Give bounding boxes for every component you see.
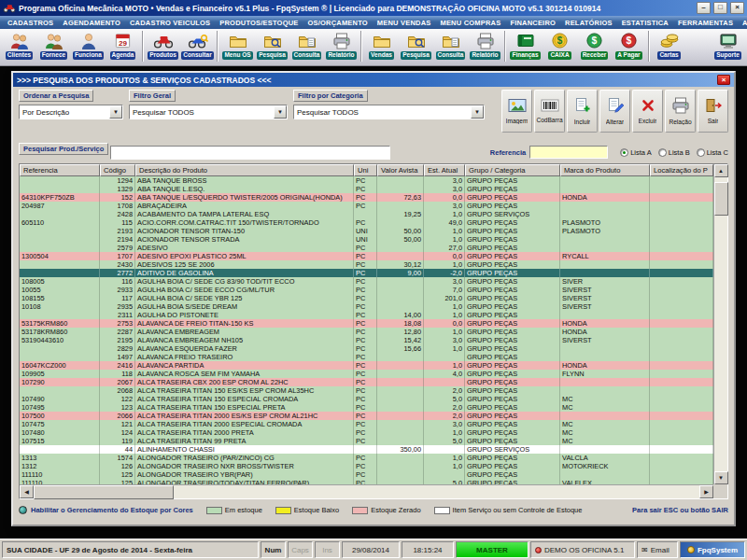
toolbar-button-funciona[interactable]: Funciona <box>71 30 106 64</box>
table-row[interactable]: 2772ADITIVO DE GASOLINAPC9,00-2,0GRUPO P… <box>20 269 713 277</box>
table-row[interactable]: 2829ALAVANCA ESQUERDA FAZERPC15,661,0GRU… <box>20 344 713 353</box>
toolbar-button-relat-rio[interactable]: Relatório <box>468 30 502 64</box>
table-row[interactable]: 107515119ALCA TRASEIRA TITAN 99 PRETAPC5… <box>20 437 713 445</box>
table-row[interactable]: 100552933AGULHA BOIA C/ SEDE ECCO CG/ML/… <box>20 286 713 294</box>
menu-item-ajuda[interactable]: AJUDA <box>738 19 747 27</box>
toolbar-button-suporte[interactable]: Suporte <box>711 30 745 64</box>
imagem-button[interactable]: Imagem <box>501 90 532 133</box>
table-row[interactable]: 13131574ALONGADOR TRASEIRO (PAR/ZINCO) C… <box>20 454 713 462</box>
radio-lista-b[interactable]: Lista B <box>658 148 690 157</box>
search-input[interactable] <box>110 146 390 160</box>
alterar-button[interactable]: Alterar <box>599 90 630 133</box>
rela-o-button[interactable]: Relação <box>665 90 696 133</box>
menu-item-relat-rios[interactable]: RELATÓRIOS <box>560 19 617 27</box>
toolbar-button-pesquisa[interactable]: Pesquisa <box>399 30 433 64</box>
table-row[interactable]: 101082935AGULHA BOIA S/SEDE DREAMPC1,0GR… <box>20 302 713 311</box>
menu-item-financeiro[interactable]: FINANCEIRO <box>505 19 560 27</box>
column-header-val[interactable]: Valor Avista <box>377 164 424 176</box>
toolbar-button-clientes[interactable]: Clientes <box>2 30 36 64</box>
column-header-cod[interactable]: Código <box>100 164 135 176</box>
table-row[interactable]: 1072902067ALCA TRASEIRA CBX 200 ESP CROM… <box>20 378 713 386</box>
referencia-input[interactable] <box>529 146 608 159</box>
stock-management-toggle-icon[interactable] <box>19 506 27 514</box>
minimize-icon[interactable]: – <box>697 2 711 14</box>
table-row[interactable]: 64310KPF750ZB152ABA TANQUE L/ESQUERDO TW… <box>20 193 713 202</box>
table-row[interactable]: 109905118ALAVANCA ROSCA SEM FIM YAMAHAPC… <box>20 370 713 378</box>
table-row[interactable]: 53175KRM8602753ALAVANCA DE FREIO TITAN-1… <box>20 319 713 328</box>
menu-item-estatistica[interactable]: ESTATISTICA <box>617 19 673 27</box>
category-filter-select[interactable]: Pesquisar TODOS ▼ <box>293 105 485 119</box>
radio-lista-c[interactable]: Lista C <box>697 148 728 157</box>
table-row[interactable]: 2193ACIONADOR TENSOR TITAN-150UNI50,001,… <box>20 227 713 235</box>
toolbar-button-consulta[interactable]: Consulta <box>289 30 324 64</box>
incluir-button[interactable]: Incluir <box>567 90 598 133</box>
column-header-loc[interactable]: Localização do P <box>650 164 713 176</box>
table-row[interactable]: 1294ABA TANQUE BROSSPC3,0GRUPO PEÇAS <box>20 176 713 185</box>
column-header-uni[interactable]: Uni <box>354 164 377 176</box>
horizontal-scrollbar[interactable]: ◀ ▶ <box>20 484 713 498</box>
column-header-grp[interactable]: Grupo / Categoria <box>465 164 560 176</box>
toolbar-button-a-pagar[interactable]: $A Pagar <box>612 30 646 64</box>
toolbar-button-cartas[interactable]: Cartas <box>652 30 686 64</box>
menu-item-ferramentas[interactable]: FERRAMENTAS <box>673 19 738 27</box>
menu-item-cadastro-veiculos[interactable]: CADASTRO VEICULOS <box>125 19 215 27</box>
table-row[interactable]: 531904436102195ALAVANCA EMBREAGEM NH105P… <box>20 336 713 344</box>
horizontal-scroll-thumb[interactable] <box>34 485 174 499</box>
table-row[interactable]: 2194ACIONADOR TENSOR STRADAUNI50,001,0GR… <box>20 235 713 244</box>
radio-lista-a[interactable]: Lista A <box>620 148 652 157</box>
general-filter-select[interactable]: Pesquisar TODOS ▼ <box>129 105 288 119</box>
window-close-icon[interactable]: × <box>717 75 730 85</box>
column-header-est[interactable]: Est. Atual <box>424 164 465 176</box>
toolbar-button-caixa[interactable]: $CAIXA <box>543 30 577 64</box>
toolbar-button-pesquisa[interactable]: Pesquisa <box>255 30 289 64</box>
table-row[interactable]: 53178KRM8602287ALAVANCA EMBREAGEMPC12,80… <box>20 328 713 336</box>
status-email-button[interactable]: ✉ Email <box>637 541 678 558</box>
table-row[interactable]: 111110125ALONGADOR TRASEIRO YBR(PAR)PCGR… <box>20 470 713 479</box>
table-row[interactable]: 2579ADESIVOPC27,0GRUPO PEÇAS <box>20 244 713 252</box>
chevron-down-icon[interactable]: ▼ <box>109 105 122 119</box>
vertical-scrollbar[interactable]: ▲ ▼ <box>713 164 727 484</box>
toolbar-button-relat-rio[interactable]: Relatório <box>324 30 359 64</box>
menu-item-produtos-estoque[interactable]: PRODUTOS/ESTOQUE <box>215 19 303 27</box>
toolbar-button-consultar[interactable]: Consultar <box>180 30 215 64</box>
toolbar-button-finan-as[interactable]: Finanças <box>508 30 543 64</box>
codbarra-button[interactable]: CodBarra <box>534 90 565 133</box>
scroll-right-icon[interactable]: ▶ <box>699 485 713 498</box>
toolbar-button-fornece[interactable]: Fornece <box>36 30 71 64</box>
table-row[interactable]: 1329ABA TANQUE L.ESQ.PC3,0GRUPO PEÇAS <box>20 185 713 193</box>
column-header-ref[interactable]: Referencia <box>20 164 100 176</box>
table-row[interactable]: 2430ADESIVOS 125 SE 2006PC30,121,0GRUPO … <box>20 260 713 269</box>
table-row[interactable]: 605110115ACIO.CORR.COM.CATRAC.TIT 150/TW… <box>20 218 713 227</box>
menu-item-menu-vendas[interactable]: MENU VENDAS <box>373 19 436 27</box>
table-row[interactable]: 2311AGULHA DO PISTONETEPC14,001,0GRUPO P… <box>20 311 713 319</box>
table-row[interactable]: 107495123ALCA TRASEIRA TITAN 150 ESPECIA… <box>20 403 713 412</box>
table-row[interactable]: 107480124ALCA TRASEIRA TITAN 2000 PRETAP… <box>20 428 713 437</box>
table-row[interactable]: 1312126ALONGADOR TRASEIRO NXR BROSS/TWIS… <box>20 462 713 470</box>
menu-item-os-or-amento[interactable]: OS/ORÇAMENTO <box>303 19 372 27</box>
maximize-icon[interactable]: □ <box>713 2 727 14</box>
table-row[interactable]: 108155117AGULHA BOIA C/ SEDE YBR 125PC20… <box>20 294 713 302</box>
toolbar-button-consulta[interactable]: Consulta <box>433 30 468 64</box>
toolbar-button-agenda[interactable]: 29Agenda <box>106 30 140 64</box>
chevron-down-icon[interactable]: ▼ <box>471 105 484 119</box>
vertical-scroll-thumb[interactable] <box>714 182 728 216</box>
toolbar-button-vendas[interactable]: Vendas <box>364 30 399 64</box>
scroll-down-icon[interactable]: ▼ <box>714 471 728 484</box>
chevron-down-icon[interactable]: ▼ <box>274 105 287 119</box>
column-header-desc[interactable]: Descrição do Produto <box>135 164 354 176</box>
table-row[interactable]: 107490122ALCA TRASEIRA TITAN 150 ESPECIA… <box>20 395 713 403</box>
sair-button[interactable]: Sair <box>698 90 728 133</box>
table-row[interactable]: 2049871708ABRAÇADEIRAPC3,0GRUPO PEÇAS <box>20 202 713 210</box>
scroll-up-icon[interactable]: ▲ <box>714 164 728 177</box>
close-icon[interactable]: × <box>730 2 744 14</box>
table-row[interactable]: 107475121ALCA TRASEIRA TITAN 2000 ESPECI… <box>20 420 713 428</box>
table-row[interactable]: 2068ALCA TRASEIRA TITAN 150 ES/KS ESP CR… <box>20 386 713 395</box>
menu-item-cadastros[interactable]: CADASTROS <box>3 19 58 27</box>
table-row[interactable]: 1497ALAVANCA FREIO TRASEIROPCGRUPO PEÇAS <box>20 353 713 361</box>
table-row[interactable]: 108005116AGULHA BOIA C/ SEDE CG 83/90 TO… <box>20 277 713 286</box>
excluir-button[interactable]: Excluir <box>632 90 663 133</box>
table-row[interactable]: 16047KCZ0002416ALAVANCA PARTIDAPC1,0GRUP… <box>20 361 713 370</box>
table-row[interactable]: 2428ACABAMENTO DA TAMPA LATERAL ESQ19,25… <box>20 210 713 218</box>
menu-item-agendamento[interactable]: AGENDAMENTO <box>58 19 125 27</box>
table-row[interactable]: 1075002066ALCA TRASEIRA TITAN 2000 ES/KS… <box>20 412 713 420</box>
